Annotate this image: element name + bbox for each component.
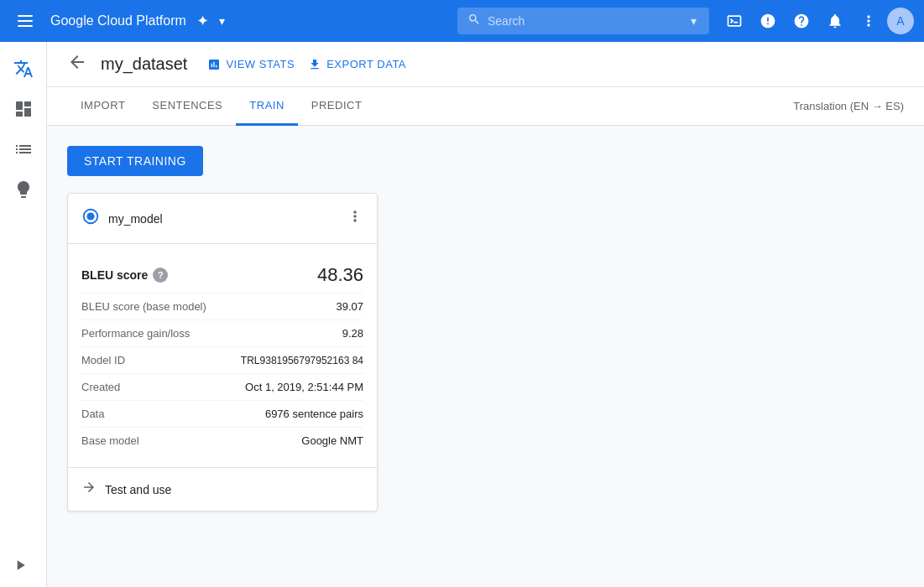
metric-label-5: Base model [81, 434, 139, 447]
model-name: my_model [108, 212, 163, 226]
svg-rect-0 [18, 15, 33, 17]
notification-icon[interactable] [820, 6, 850, 36]
page-title: my_dataset [101, 55, 187, 74]
sidebar [0, 42, 47, 587]
sidebar-item-list[interactable] [7, 132, 40, 166]
content-area: START TRAINING my_model [47, 126, 924, 532]
collapse-sidebar-btn[interactable] [12, 557, 29, 577]
metric-label-3: Created [81, 381, 120, 393]
model-status-icon [81, 207, 100, 230]
arrow-right-icon [81, 480, 97, 499]
metric-label-1: Performance gain/loss [81, 327, 190, 340]
metric-label-2: Model ID [81, 354, 125, 366]
tab-predict[interactable]: PREDICT [298, 87, 376, 126]
start-training-button[interactable]: START TRAINING [67, 146, 203, 176]
bleu-label: BLEU score ? [81, 268, 168, 283]
bleu-help-icon[interactable]: ? [153, 268, 168, 283]
search-dropdown-arrow[interactable]: ▾ [691, 14, 697, 28]
top-navigation: Google Cloud Platform ✦ ▾ ▾ [0, 0, 924, 42]
metric-value-1: 9.28 [342, 327, 363, 340]
metric-label-4: Data [81, 408, 104, 420]
export-data-label: EXPORT DATA [326, 58, 406, 70]
alert-circle-icon[interactable] [753, 6, 783, 36]
metric-label-0: BLEU score (base model) [81, 300, 206, 313]
metric-row-4: Data 6976 sentence pairs [81, 401, 363, 428]
tabs-bar: IMPORT SENTENCES TRAIN PREDICT Translati… [47, 87, 924, 126]
metric-row-3: Created Oct 1, 2019, 2:51:44 PM [81, 374, 363, 401]
view-stats-button[interactable]: VIEW STATS [207, 58, 295, 71]
terminal-icon[interactable] [719, 6, 749, 36]
nav-left: Google Cloud Platform ✦ ▾ [10, 6, 447, 36]
avatar[interactable]: A [887, 8, 914, 34]
bleu-score-row: BLEU score ? 48.36 [81, 257, 363, 294]
bleu-value: 48.36 [317, 264, 363, 286]
export-data-button[interactable]: EXPORT DATA [308, 58, 406, 71]
model-header-left: my_model [81, 207, 163, 230]
main-layout: my_dataset VIEW STATS EXPORT DATA IMPO [0, 42, 924, 587]
header-actions: VIEW STATS EXPORT DATA [207, 58, 406, 71]
sidebar-item-translate[interactable] [7, 52, 40, 86]
metric-row-2: Model ID TRL9381956797952163 84 [81, 347, 363, 374]
app-title: Google Cloud Platform [50, 13, 186, 29]
svg-rect-2 [18, 25, 33, 27]
metric-row-0: BLEU score (base model) 39.07 [81, 294, 363, 320]
hamburger-menu[interactable] [10, 6, 40, 36]
metric-row-1: Performance gain/loss 9.28 [81, 320, 363, 347]
svg-rect-1 [18, 20, 33, 22]
sidebar-item-dashboard[interactable] [7, 92, 40, 126]
main-content: my_dataset VIEW STATS EXPORT DATA IMPO [47, 42, 924, 587]
page-header: my_dataset VIEW STATS EXPORT DATA [47, 42, 924, 87]
nav-dropdown-icon[interactable]: ▾ [219, 14, 225, 28]
tab-train[interactable]: TRAIN [236, 87, 298, 126]
translation-label: Translation (EN → ES) [793, 88, 904, 124]
test-and-use-link[interactable]: Test and use [68, 467, 377, 511]
test-and-use-label: Test and use [105, 483, 171, 496]
more-vert-icon[interactable] [854, 6, 884, 36]
model-card: my_model BLEU score ? [67, 193, 378, 512]
search-input[interactable] [488, 14, 681, 28]
model-card-body: BLEU score ? 48.36 BLEU score (base mode… [68, 244, 377, 467]
tab-sentences[interactable]: SENTENCES [138, 87, 236, 126]
model-card-header: my_model [68, 194, 377, 244]
nav-icons: A [719, 6, 914, 36]
metric-value-0: 39.07 [336, 300, 363, 313]
metric-value-5: Google NMT [301, 434, 363, 447]
metric-value-2: TRL9381956797952163 84 [241, 355, 363, 366]
svg-point-4 [87, 213, 93, 219]
model-menu-button[interactable] [347, 208, 363, 229]
search-bar: ▾ [457, 8, 709, 34]
metric-value-3: Oct 1, 2019, 2:51:44 PM [245, 381, 363, 393]
back-button[interactable] [67, 52, 87, 76]
nav-logo-icon: ✦ [196, 12, 209, 30]
sidebar-item-insights[interactable] [7, 173, 40, 206]
view-stats-label: VIEW STATS [226, 58, 295, 70]
metric-value-4: 6976 sentence pairs [265, 408, 363, 420]
metric-row-5: Base model Google NMT [81, 428, 363, 454]
help-circle-icon[interactable] [786, 6, 817, 36]
tab-import[interactable]: IMPORT [67, 87, 138, 126]
search-icon [467, 13, 481, 29]
